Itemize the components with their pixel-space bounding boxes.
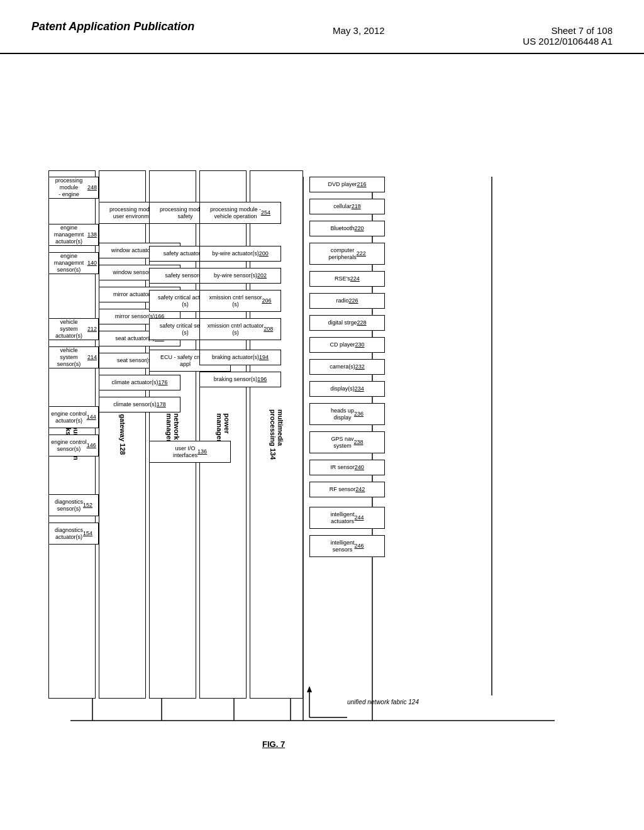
proc-vehicle-box: processing module -vehicle operation 254 (199, 202, 281, 224)
cameras-box: camera(s) 232 (309, 359, 385, 375)
dvd-player-box: DVD player 216 (309, 177, 385, 192)
diag-act-box: diagnosticsactuator(s) 154 (48, 523, 99, 545)
network-arrow (259, 683, 385, 721)
header-right: Sheet 7 of 108 US 2012/0106448 A1 (523, 19, 613, 47)
engine-ctrl-sens-box: engine controlsensor(s) 146 (48, 434, 99, 456)
rf-sensor-box: RF sensor 242 (309, 482, 385, 497)
proc-engine-box: processing module- engine 248 (48, 177, 99, 199)
vehicle-sys-sens-box: vehicle systemsensor(s) 214 (48, 346, 99, 368)
sheet-info: Sheet 7 of 108 (523, 25, 613, 36)
gps-nav-box: GPS navsystem 238 (309, 431, 385, 453)
multimedia-label: multimedia processing 134 (269, 409, 284, 460)
svg-marker-10 (307, 686, 312, 692)
climate-sens-box: climate sensor(s) 178 (99, 397, 180, 412)
cd-player-box: CD player 230 (309, 337, 385, 353)
fig-label: FIG. 7 (262, 739, 285, 749)
intelligent-sens-box: intelligentsensors 246 (309, 535, 385, 557)
vehicle-sys-act-box: vehicle systemactuator(s) 212 (48, 318, 99, 340)
intelligent-act-box: intelligentactuators 244 (309, 507, 385, 529)
braking-act-box: braking actuator(s) 194 (199, 350, 281, 365)
heads-up-box: heads updisplay 236 (309, 403, 385, 425)
rses-box: RSE's 224 (309, 271, 385, 287)
engine-mgmt-sens-box: engine managemntsensor(s) 140 (48, 252, 99, 274)
page-header: Patent Application Publication May 3, 20… (0, 0, 644, 54)
diagram-container: communication links 126 gateway 128 netw… (39, 79, 605, 771)
braking-sens-box: braking sensor(s) 196 (199, 372, 281, 387)
xmission-act-box: xmission cntrl actuator(s) 208 (199, 318, 281, 340)
radio-box: radio 226 (309, 293, 385, 309)
user-io-box: user I/Ointerfaces 136 (149, 441, 231, 463)
patent-title: Patent Application Publication (31, 19, 194, 35)
gateway-label: gateway 128 (119, 414, 126, 455)
cellular-box: cellular 218 (309, 199, 385, 214)
header-date: May 3, 2012 (333, 19, 385, 36)
digital-strge-box: digital strge 228 (309, 315, 385, 331)
patent-number: US 2012/0106448 A1 (523, 36, 613, 47)
xmission-sens-box: xmission cntrl sensor(s) 206 (199, 290, 281, 312)
ir-sensor-box: IR sensor 240 (309, 460, 385, 475)
diag-sens-box: diagnosticssensor(s) 152 (48, 494, 99, 516)
bluetooth-box: Bluetooth 220 (309, 221, 385, 236)
bywire-act-box: by-wire actuator(s) 200 (199, 246, 281, 262)
engine-ctrl-act-box: engine controlactuator(s) 144 (48, 406, 99, 428)
engine-mgmt-act-box: engine managemntactuator(s) 138 (48, 224, 99, 246)
bywire-sens-box: by-wire sensor(s) 202 (199, 268, 281, 284)
computer-periph-box: computerperipherals 222 (309, 243, 385, 265)
climate-act-box: climate actuator(s) 176 (99, 375, 180, 390)
display-box: display(s) 234 (309, 381, 385, 397)
